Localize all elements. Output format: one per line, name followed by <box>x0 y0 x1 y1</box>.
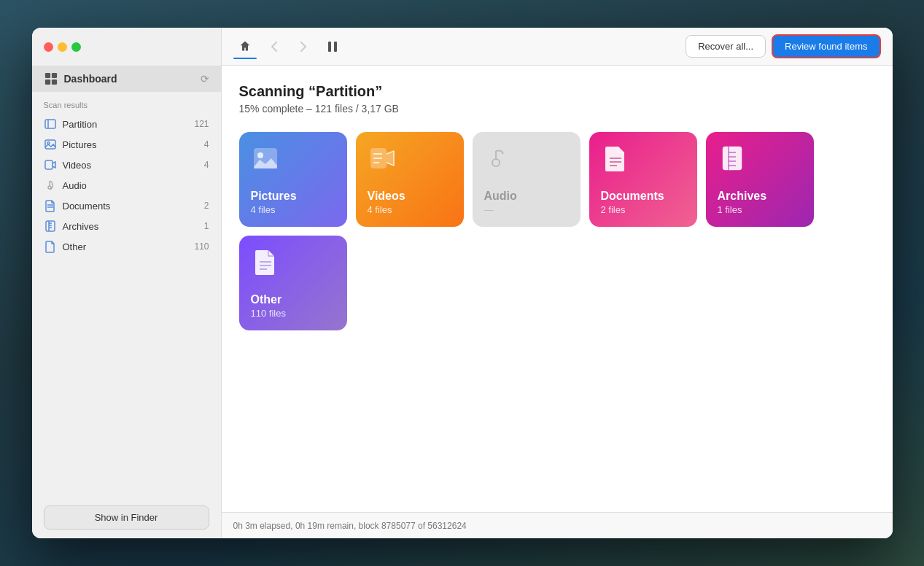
other-icon <box>44 240 57 253</box>
loading-spinner: ⟳ <box>201 73 209 85</box>
svg-rect-2 <box>44 80 50 85</box>
svg-rect-1 <box>51 73 56 78</box>
sidebar-item-label-pictures: Pictures <box>63 139 189 150</box>
status-bar: 0h 3m elapsed, 0h 19m remain, block 8785… <box>222 512 893 538</box>
sidebar-item-count-videos: 4 <box>195 160 209 170</box>
home-underline <box>233 58 257 59</box>
sidebar-item-count-partition: 121 <box>194 119 209 129</box>
home-button[interactable] <box>233 34 257 58</box>
sidebar-top <box>32 28 221 66</box>
sidebar-item-other[interactable]: Other 110 <box>32 236 221 257</box>
archives-card-label: Archives <box>718 190 802 203</box>
svg-point-26 <box>492 159 500 166</box>
pause-button[interactable] <box>321 35 344 58</box>
documents-card-count: 2 files <box>601 204 686 215</box>
maximize-button[interactable] <box>71 42 81 52</box>
app-body: Dashboard ⟳ Scan results Partition 121 <box>32 28 893 538</box>
sidebar-item-pictures[interactable]: Pictures 4 <box>32 134 221 155</box>
scan-subtitle: 15% complete – 121 files / 3,17 GB <box>239 103 875 115</box>
main-content: Recover all... Review found items Scanni… <box>222 28 893 538</box>
svg-point-7 <box>47 142 50 144</box>
svg-rect-13 <box>46 221 55 231</box>
svg-rect-19 <box>334 42 337 52</box>
toolbar: Recover all... Review found items <box>222 28 893 66</box>
sidebar-item-count-pictures: 4 <box>195 139 209 150</box>
sidebar: Dashboard ⟳ Scan results Partition 121 <box>32 28 222 538</box>
sidebar-item-videos[interactable]: Videos 4 <box>32 155 221 175</box>
recover-all-button[interactable]: Recover all... <box>686 35 766 58</box>
sidebar-item-label-archives: Archives <box>63 221 189 232</box>
audio-card-count: — <box>484 204 569 215</box>
other-card-text: Other 110 files <box>251 293 335 319</box>
dashboard-label: Dashboard <box>64 73 195 85</box>
sidebar-item-count-other: 110 <box>194 241 209 252</box>
videos-card-text: Videos 4 files <box>368 190 452 215</box>
documents-icon <box>44 199 57 212</box>
videos-card-count: 4 files <box>368 204 452 215</box>
sidebar-item-label-videos: Videos <box>63 160 189 171</box>
minimize-button[interactable] <box>58 42 67 52</box>
category-card-other[interactable]: Other 110 files <box>239 236 347 330</box>
audio-card-icon <box>484 144 513 173</box>
sidebar-bottom: Show in Finder <box>32 497 221 538</box>
archives-card-icon <box>718 144 747 173</box>
app-window: Dashboard ⟳ Scan results Partition 121 <box>32 28 893 538</box>
svg-rect-18 <box>328 42 331 52</box>
review-found-items-button[interactable]: Review found items <box>772 34 880 58</box>
svg-rect-4 <box>45 120 55 128</box>
sidebar-item-label-partition: Partition <box>63 119 189 130</box>
forward-button[interactable] <box>292 35 315 58</box>
other-card-icon <box>251 247 280 276</box>
audio-card-label: Audio <box>484 190 569 203</box>
dashboard-item[interactable]: Dashboard ⟳ <box>32 66 221 92</box>
partition-icon <box>44 117 57 131</box>
category-card-documents[interactable]: Documents 2 files <box>589 132 697 227</box>
videos-icon <box>44 158 57 171</box>
content-area: Scanning “Partition” 15% complete – 121 … <box>222 66 893 512</box>
category-card-videos[interactable]: Videos 4 files <box>356 132 464 227</box>
sidebar-item-partition[interactable]: Partition 121 <box>32 114 221 134</box>
other-card-count: 110 files <box>251 308 335 319</box>
other-card-label: Other <box>251 293 335 306</box>
sidebar-item-archives[interactable]: Archives 1 <box>32 216 221 236</box>
svg-rect-0 <box>44 73 50 78</box>
back-button[interactable] <box>263 35 286 58</box>
category-card-archives[interactable]: Archives 1 files <box>706 132 814 227</box>
category-card-audio: Audio — <box>473 132 581 227</box>
documents-card-icon <box>601 144 630 173</box>
status-text: 0h 3m elapsed, 0h 19m remain, block 8785… <box>233 521 467 531</box>
scan-title: Scanning “Partition” <box>239 83 875 100</box>
sidebar-item-documents[interactable]: Documents 2 <box>32 195 221 216</box>
audio-icon <box>44 179 57 192</box>
show-finder-button[interactable]: Show in Finder <box>44 505 209 530</box>
sidebar-item-label-documents: Documents <box>63 201 189 212</box>
audio-card-text: Audio — <box>484 190 569 215</box>
pictures-card-text: Pictures 4 files <box>251 190 335 215</box>
svg-rect-31 <box>723 147 742 170</box>
category-card-pictures[interactable]: Pictures 4 files <box>239 132 347 227</box>
sidebar-item-audio[interactable]: Audio <box>32 175 221 195</box>
archives-card-count: 1 files <box>718 204 802 215</box>
svg-point-21 <box>257 152 263 158</box>
videos-card-label: Videos <box>368 190 452 203</box>
close-button[interactable] <box>44 42 53 52</box>
pictures-card-label: Pictures <box>251 190 335 203</box>
home-btn-wrapper <box>233 34 257 59</box>
videos-card-icon <box>368 144 397 173</box>
sidebar-item-count-documents: 2 <box>195 201 209 211</box>
scan-results-label: Scan results <box>32 92 221 114</box>
sidebar-item-label-other: Other <box>63 241 189 252</box>
svg-rect-3 <box>51 80 56 85</box>
svg-rect-8 <box>45 160 53 169</box>
pictures-card-count: 4 files <box>251 204 335 215</box>
svg-point-9 <box>48 186 51 189</box>
documents-card-label: Documents <box>601 190 686 203</box>
archives-card-text: Archives 1 files <box>718 190 802 215</box>
archives-icon <box>44 220 57 233</box>
documents-card-text: Documents 2 files <box>601 190 686 215</box>
sidebar-item-label-audio: Audio <box>63 180 189 191</box>
sidebar-item-count-archives: 1 <box>195 221 209 231</box>
pictures-icon <box>44 138 57 151</box>
category-grid: Pictures 4 files <box>239 132 875 330</box>
dashboard-icon <box>44 71 58 86</box>
